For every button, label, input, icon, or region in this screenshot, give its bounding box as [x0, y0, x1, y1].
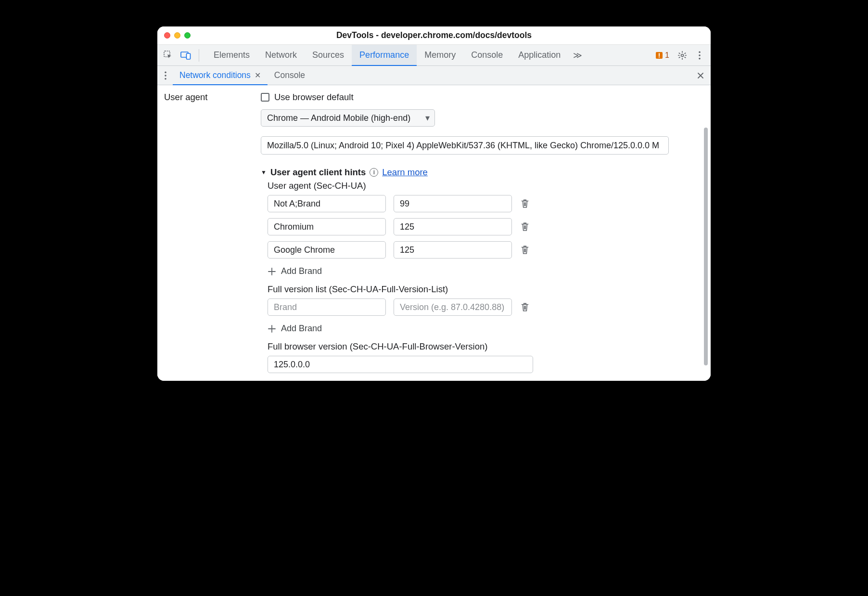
add-brand-button[interactable]: Add Brand: [268, 266, 685, 276]
trash-icon[interactable]: [520, 221, 530, 232]
add-brand-button-2[interactable]: Add Brand: [268, 324, 685, 334]
svg-rect-4: [659, 53, 660, 56]
tab-performance[interactable]: Performance: [352, 45, 417, 65]
learn-more-link[interactable]: Learn more: [382, 167, 428, 178]
close-drawer-icon[interactable]: [693, 68, 708, 83]
tab-sources[interactable]: Sources: [305, 45, 352, 65]
svg-point-7: [699, 51, 701, 53]
full-browser-version-input[interactable]: 125.0.0.0: [268, 356, 533, 373]
trash-icon[interactable]: [520, 302, 530, 312]
tab-elements[interactable]: Elements: [206, 45, 257, 65]
full-version-list-label: Full version list (Sec-CH-UA-Full-Versio…: [268, 284, 685, 295]
brand-version-input[interactable]: 99: [394, 195, 512, 212]
use-browser-default-checkbox[interactable]: [261, 93, 269, 102]
svg-rect-5: [659, 56, 660, 57]
ua-preset-select[interactable]: Chrome — Android Mobile (high-end) ▾: [261, 109, 435, 127]
devtools-window: DevTools - developer.chrome.com/docs/dev…: [157, 26, 711, 381]
brand-row: Google Chrome 125: [268, 241, 685, 259]
tab-network[interactable]: Network: [257, 45, 305, 65]
device-toolbar-icon[interactable]: [179, 48, 193, 63]
fv-version-input[interactable]: Version (e.g. 87.0.4280.88): [394, 298, 512, 316]
brand-version-input[interactable]: 125: [394, 218, 512, 235]
svg-point-12: [165, 78, 166, 79]
more-tabs-button[interactable]: ≫: [568, 45, 587, 65]
full-version-row: Brand Version (e.g. 87.0.4280.88): [268, 298, 685, 316]
drawer-tabbar: Network conditions ✕ Console: [157, 66, 711, 85]
svg-point-10: [165, 71, 166, 73]
close-icon[interactable]: ✕: [255, 71, 261, 80]
svg-point-8: [699, 54, 701, 56]
brand-row: Chromium 125: [268, 218, 685, 235]
brand-version-input[interactable]: 125: [394, 241, 512, 259]
titlebar: DevTools - developer.chrome.com/docs/dev…: [157, 26, 711, 45]
chevron-down-icon: ▾: [425, 113, 430, 123]
window-title: DevTools - developer.chrome.com/docs/dev…: [157, 30, 711, 40]
brand-name-input[interactable]: Chromium: [268, 218, 386, 235]
issues-badge[interactable]: 1: [652, 51, 672, 60]
svg-rect-2: [187, 53, 191, 59]
ua-preset-value: Chrome — Android Mobile (high-end): [267, 113, 410, 123]
settings-icon[interactable]: [675, 48, 689, 63]
tab-memory[interactable]: Memory: [417, 45, 463, 65]
drawer-tab-network-conditions[interactable]: Network conditions ✕: [173, 66, 268, 85]
inspect-element-icon[interactable]: [161, 48, 176, 63]
full-browser-version-label: Full browser version (Sec-CH-UA-Full-Bro…: [268, 341, 685, 352]
section-label-user-agent: User agent: [164, 92, 208, 102]
ua-string-input[interactable]: Mozilla/5.0 (Linux; Android 10; Pixel 4)…: [261, 136, 669, 155]
svg-point-6: [681, 54, 684, 56]
sec-ch-ua-label: User agent (Sec-CH-UA): [268, 181, 685, 191]
kebab-menu-icon[interactable]: [692, 48, 707, 63]
main-tabbar: Elements Network Sources Performance Mem…: [157, 45, 711, 66]
svg-point-9: [699, 57, 701, 59]
plus-icon: [268, 267, 276, 276]
tab-application[interactable]: Application: [511, 45, 568, 65]
brand-name-input[interactable]: Google Chrome: [268, 241, 386, 259]
use-browser-default-label: Use browser default: [274, 92, 354, 103]
drawer-content: User agent Use browser default Chrome — …: [157, 85, 711, 381]
brand-name-input[interactable]: Not A;Brand: [268, 195, 386, 212]
scrollbar-thumb[interactable]: [704, 128, 708, 365]
disclosure-triangle-icon[interactable]: ▼: [261, 169, 267, 176]
trash-icon[interactable]: [520, 198, 530, 209]
divider: [199, 49, 199, 62]
tab-console[interactable]: Console: [463, 45, 511, 65]
fv-brand-input[interactable]: Brand: [268, 298, 386, 316]
drawer-tab-console[interactable]: Console: [268, 66, 312, 85]
drawer-kebab-icon[interactable]: [158, 68, 173, 83]
svg-point-11: [165, 75, 166, 77]
info-icon[interactable]: i: [370, 168, 378, 177]
client-hints-title: User agent client hints: [270, 167, 366, 178]
issues-count: 1: [665, 51, 669, 60]
plus-icon: [268, 324, 276, 333]
trash-icon[interactable]: [520, 245, 530, 255]
brand-row: Not A;Brand 99: [268, 195, 685, 212]
